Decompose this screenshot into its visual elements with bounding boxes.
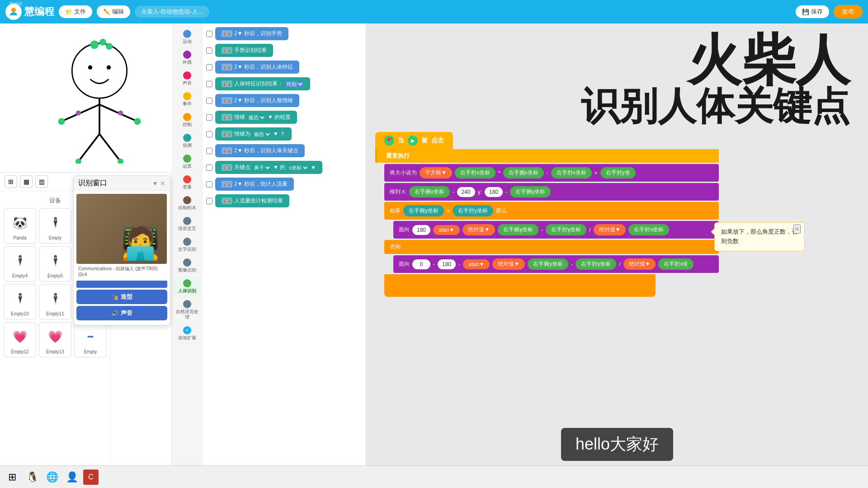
block-check-6[interactable] (206, 114, 212, 121)
right-wrist-y4-pill[interactable]: 右手腕y坐标 (528, 258, 568, 270)
layout-btn-2[interactable]: ▦ (20, 175, 33, 188)
val-180-2-input[interactable]: 180 (412, 225, 430, 235)
else-block[interactable]: 否则 (384, 240, 719, 254)
sprite-empty10[interactable]: 🕴 Empty10 (4, 284, 36, 319)
block-check-3[interactable] (206, 64, 212, 70)
block-body-feature-wait[interactable]: 🤖 2▼ 秒后，识别人体特征 (215, 61, 299, 74)
block-flow-wait[interactable]: 🤖 2▼ 秒后，统计人流量 (215, 178, 294, 191)
taskbar-red-icon[interactable]: C (83, 469, 99, 485)
block-face-emotion-wait[interactable]: 🤖 2▼ 秒后，识别人脸情绪 (215, 94, 299, 107)
cat-appearance[interactable]: 外观 (174, 48, 201, 68)
block-check-1[interactable] (206, 31, 212, 37)
abs1-pill[interactable]: 绝对值▼ (462, 224, 495, 235)
abs4-pill[interactable]: 绝对值▼ (623, 258, 656, 270)
if-block[interactable]: 如果 右手腕y坐标 > 右手肘y坐标 那么 (384, 202, 719, 220)
block-check-8[interactable] (206, 148, 212, 154)
atan2-pill[interactable]: atan▼ (463, 259, 490, 269)
taskbar-windows[interactable]: ⊞ (4, 469, 21, 486)
block-check-10[interactable] (206, 181, 212, 188)
sprite-panda[interactable]: 🐼 Panda (4, 208, 36, 244)
cat-event[interactable]: 事件 (174, 89, 201, 109)
file-button[interactable]: 📁 文件 (59, 5, 92, 18)
axis-select[interactable]: x坐标 (287, 164, 309, 171)
sound-button[interactable]: 🔊 声音 (76, 306, 167, 320)
right-elbow-x2-pill[interactable]: 右手肘x坐标 (551, 167, 592, 178)
block-keypoint-wait[interactable]: 🤖 2▼ 秒后，识别人体关键点 (215, 144, 305, 157)
block-emotion-is[interactable]: 🤖 情绪为 极恐▼ ？ (215, 127, 292, 141)
block-flow-result[interactable]: 🤖 人流量统计检测结果 (215, 194, 289, 207)
abs3-pill[interactable]: 绝对值▼ (492, 258, 525, 270)
cat-motion[interactable]: 运动 (174, 27, 201, 47)
right-wrist-x2-pill[interactable]: 右手腕x坐标 (409, 186, 450, 197)
val-240-input[interactable]: 240 (457, 187, 475, 197)
right-elbow-x3-pill[interactable]: 右手肘x坐标 (628, 224, 669, 235)
sprite-empty11[interactable]: 🕴 Empty11 (39, 284, 71, 319)
cat-text-recog[interactable]: 文字识别 (174, 235, 201, 255)
block-check-7[interactable] (206, 131, 212, 137)
face-row-1[interactable]: 面向 180 atan▼ 绝对值▼ 右手腕y坐标 - 右手肘y坐标 / 绝对值▼… (393, 221, 719, 239)
block-check-2[interactable] (206, 47, 212, 54)
abs2-pill[interactable]: 绝对值▼ (594, 224, 626, 235)
sprite-empty13[interactable]: 💗 Empty13 (39, 322, 71, 357)
sqrt-pill[interactable]: 平方根▼ (420, 167, 452, 178)
cat-add-ext[interactable]: + 添加扩展 (174, 324, 201, 343)
publish-button[interactable]: 发布 (834, 5, 863, 19)
right-wrist-y1-pill[interactable]: 右手腕y坐标 (510, 186, 551, 197)
shape-button[interactable]: 🎭 造型 (76, 290, 167, 304)
sprite-empty1[interactable]: 🕴 Empty (39, 208, 71, 244)
project-name[interactable]: 火柴人-你动他也动-人... (135, 6, 209, 18)
cat-detect[interactable]: 侦测 (174, 131, 201, 151)
cat-voice[interactable]: 语音交互 (174, 214, 201, 234)
sprite-empty12[interactable]: 💗 Empty12 (4, 322, 36, 357)
trigger-block[interactable]: 🚩 当 ▶ 被 点击 (375, 132, 453, 149)
cat-image-recog[interactable]: 图像识别 (174, 256, 201, 276)
feature-select[interactable]: 性别 (285, 81, 304, 87)
emotion-select-2[interactable]: 极恐 (252, 131, 271, 137)
taskbar-linux[interactable]: 🐧 (24, 469, 41, 486)
taskbar-user[interactable]: 👤 (63, 469, 80, 486)
block-check-5[interactable] (206, 98, 212, 104)
cat-body-recog[interactable]: 人体识别 (174, 277, 201, 296)
layout-btn-1[interactable]: ⊞ (5, 175, 17, 188)
save-button[interactable]: 💾 保存 (796, 5, 829, 18)
cat-variable[interactable]: 变量 (174, 173, 201, 192)
right-elbow-y-pill[interactable]: 右手肘y坐 (600, 167, 636, 178)
tooltip-close-button[interactable]: ✕ (793, 225, 801, 234)
block-keypoint-value[interactable]: 🤖 关键点 鼻子▼ 的 x坐标▼ (215, 161, 322, 174)
loop-block[interactable]: 重复执行 (375, 149, 719, 163)
face-row-2[interactable]: 面向 0 - 180 - atan▼ 绝对值▼ 右手腕y坐标 - 右手肘y坐标 … (393, 255, 719, 273)
block-body-feature-result[interactable]: 🤖 人体特征识别结果：性别 (215, 77, 310, 90)
right-elbow-x4-pill[interactable]: 右手肘x坐 (658, 258, 693, 270)
emotion-select[interactable]: 极恐 (247, 114, 266, 121)
block-check-4[interactable] (206, 81, 212, 87)
right-elbow-y3-pill[interactable]: 右手肘y坐标 (546, 224, 586, 235)
val-180-input[interactable]: 180 (485, 187, 503, 197)
val-180-3-input[interactable]: 180 (438, 259, 456, 269)
cat-custom[interactable]: 自制积木 (174, 193, 201, 213)
move-row[interactable]: 移到 x: 右手腕x坐标 - 240 y: 180 - 右手腕y坐标 (384, 183, 719, 201)
keypoint-select[interactable]: 鼻子 (252, 164, 271, 171)
block-check-11[interactable] (206, 198, 212, 204)
val-0-input[interactable]: 0 (412, 259, 430, 269)
atan1-pill[interactable]: atan▼ (433, 225, 460, 235)
sprite-empty8[interactable]: ━ Empty (74, 322, 107, 357)
sprite-empty4[interactable]: 🕴 Empty4 (4, 246, 36, 282)
set-size-row[interactable]: 将大小设为 平方根▼ 右手肘x坐标 * 右手腕x坐标 - 右手肘x坐标 + 右手… (384, 164, 719, 182)
layout-btn-3[interactable]: ▥ (35, 175, 48, 188)
right-elbow-y4-pill[interactable]: 右手肘y坐标 (576, 258, 616, 270)
cat-sound[interactable]: 声音 (174, 69, 201, 89)
right-wrist-y3-pill[interactable]: 右手腕y坐标 (498, 224, 538, 235)
right-wrist-y2-pill[interactable]: 右手腕y坐标 (403, 205, 444, 216)
block-check-9[interactable] (206, 164, 212, 171)
cat-nlp[interactable]: 自然语言处理 (174, 297, 201, 323)
cat-control[interactable]: 控制 (174, 110, 201, 130)
sprite-empty5[interactable]: 🕴 Empty5 (39, 246, 71, 282)
block-gesture-result[interactable]: 🤖 手势识别结果 (215, 44, 273, 57)
taskbar-browser[interactable]: 🌐 (43, 469, 61, 486)
cat-calc[interactable]: 运算 (174, 152, 201, 172)
right-elbow-y2-pill[interactable]: 右手肘y坐标 (453, 205, 493, 216)
right-wrist-x1-pill[interactable]: 右手腕x坐标 (503, 167, 544, 178)
block-gesture-wait[interactable]: 🤖 2▼ 秒后，识别手势 (215, 27, 288, 40)
block-emotion-degree[interactable]: 🤖 情绪 极恐▼ 的程度 (215, 111, 297, 124)
edit-button[interactable]: ✏️ 编辑 (97, 5, 130, 18)
